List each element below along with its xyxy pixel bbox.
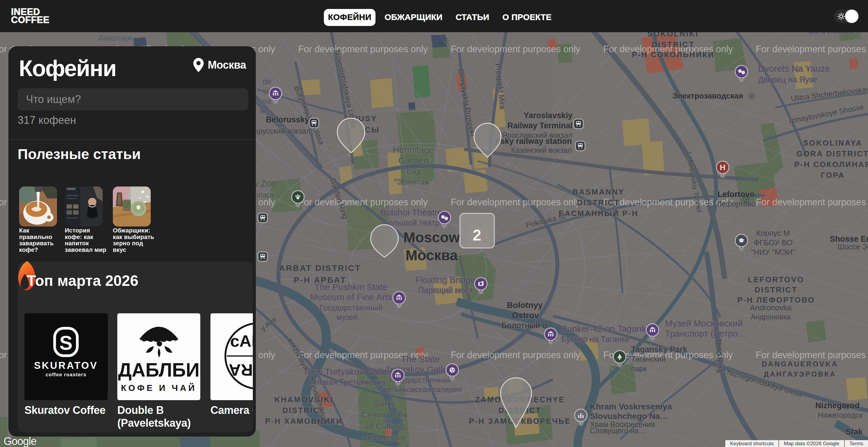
svg-text:S: S [59,332,72,354]
svg-text:КОФЕ И ЧАЙ: КОФЕ И ЧАЙ [121,383,196,393]
svg-text:cAM: cAM [230,331,253,350]
svg-text:coffee roasters: coffee roasters [46,372,87,378]
svg-text:ДАБЛБИ: ДАБЛБИ [118,359,199,381]
svg-text:SKURATOV: SKURATOV [34,360,98,371]
svg-text:URA: URA [229,361,253,380]
